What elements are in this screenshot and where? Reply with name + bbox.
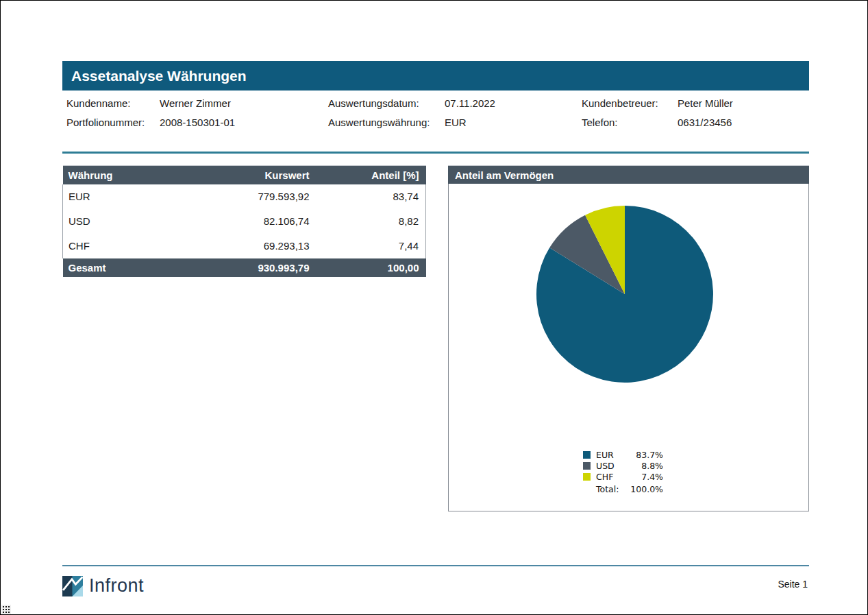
table-row-eur: EUR 779.593,92 83,74 xyxy=(63,184,426,209)
legend-total-percent: 100.0% xyxy=(628,484,663,494)
infront-wordmark: Infront xyxy=(89,575,144,596)
auswertungswaehrung-label: Auswertungswährung: xyxy=(328,117,430,128)
kundenname-label: Kundenname: xyxy=(66,97,130,109)
total-anteil: 100,00 xyxy=(317,258,426,277)
table-row-chf: CHF 69.293,13 7,44 xyxy=(63,234,426,258)
legend-percent: 7.4% xyxy=(628,472,663,482)
cell-anteil: 83,74 xyxy=(317,184,426,209)
col-anteil: Anteil [%] xyxy=(317,166,426,184)
cell-kurswert: 82.106,74 xyxy=(193,209,317,234)
legend-label: USD xyxy=(596,461,628,471)
currency-table: Währung Kurswert Anteil [%] EUR 779.593,… xyxy=(62,165,426,277)
pie-legend: EUR 83.7% USD 8.8% CHF 7.4% Total: 100.0… xyxy=(583,450,664,495)
legend-item-usd: USD 8.8% xyxy=(583,461,664,471)
cell-kurswert: 69.293,13 xyxy=(193,234,317,258)
cell-currency: USD xyxy=(63,209,193,234)
total-kurswert: 930.993,79 xyxy=(193,258,317,277)
kundenbetreuer-value: Peter Müller xyxy=(678,97,733,109)
resize-grip-icon xyxy=(1,605,11,615)
table-header-row: Währung Kurswert Anteil [%] xyxy=(63,166,426,184)
chart-panel-body: EUR 83.7% USD 8.8% CHF 7.4% Total: 100.0… xyxy=(448,184,809,511)
table-total-row: Gesamt 930.993,79 100,00 xyxy=(63,258,426,277)
cell-kurswert: 779.593,92 xyxy=(193,184,317,209)
legend-total-label: Total: xyxy=(596,484,628,494)
portfolionummer-label: Portfolionummer: xyxy=(66,117,145,128)
table-row-usd: USD 82.106,74 8,82 xyxy=(63,209,426,234)
legend-percent: 83.7% xyxy=(628,450,663,460)
portfolionummer-value: 2008-150301-01 xyxy=(160,117,235,128)
page-number: Seite 1 xyxy=(778,579,808,590)
chart-panel: Anteil am Vermögen EUR 83.7% USD 8.8% CH… xyxy=(448,165,809,511)
chart-panel-title: Anteil am Vermögen xyxy=(448,165,809,184)
kundenbetreuer-label: Kundenbetreuer: xyxy=(582,97,658,109)
infront-logo: Infront xyxy=(62,575,144,597)
info-row-1: Kundenname: Werner Zimmer Auswertungsdat… xyxy=(1,97,867,110)
legend-swatch-usd xyxy=(583,462,591,470)
footer-divider xyxy=(62,565,809,566)
telefon-label: Telefon: xyxy=(582,117,618,128)
report-page: Assetanalyse Währungen Kundenname: Werne… xyxy=(0,0,868,615)
cell-anteil: 7,44 xyxy=(317,234,426,258)
legend-total-row: Total: 100.0% xyxy=(583,484,664,494)
cell-anteil: 8,82 xyxy=(317,209,426,234)
legend-swatch-blank xyxy=(583,485,591,493)
header-divider xyxy=(62,152,809,154)
info-row-2: Portfolionummer: 2008-150301-01 Auswertu… xyxy=(1,117,867,129)
legend-swatch-eur xyxy=(583,451,591,459)
currency-table-section: Währung Kurswert Anteil [%] EUR 779.593,… xyxy=(62,165,425,277)
legend-label: CHF xyxy=(596,472,628,482)
auswertungsdatum-label: Auswertungsdatum: xyxy=(328,97,419,109)
kundenname-value: Werner Zimmer xyxy=(160,97,231,109)
legend-item-eur: EUR 83.7% xyxy=(583,450,664,460)
legend-label: EUR xyxy=(596,450,628,460)
auswertungswaehrung-value: EUR xyxy=(445,117,467,128)
telefon-value: 0631/23456 xyxy=(678,117,732,128)
col-waehrung: Währung xyxy=(63,166,193,184)
total-label: Gesamt xyxy=(63,258,193,277)
legend-item-chf: CHF 7.4% xyxy=(583,472,664,482)
col-kurswert: Kurswert xyxy=(193,166,317,184)
cell-currency: EUR xyxy=(63,184,193,209)
infront-logo-icon xyxy=(62,576,83,596)
page-title: Assetanalyse Währungen xyxy=(62,61,809,91)
legend-percent: 8.8% xyxy=(628,461,663,471)
legend-swatch-chf xyxy=(583,473,591,481)
auswertungsdatum-value: 07.11.2022 xyxy=(445,97,495,109)
cell-currency: CHF xyxy=(63,234,193,258)
